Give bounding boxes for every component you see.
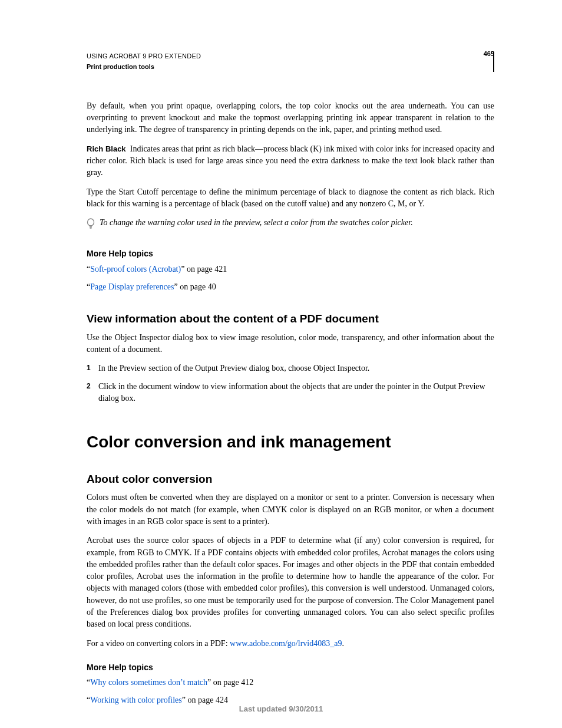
body-paragraph: Type the Start Cutoff percentage to defi… [87, 186, 494, 210]
help-link-line: “Page Display preferences” on page 40 [87, 281, 494, 293]
procedure-step: 2 Click in the document window to view i… [87, 381, 494, 405]
body-paragraph: For a video on converting colors in a PD… [87, 638, 494, 650]
section-heading-about-color: About color conversion [87, 471, 494, 487]
tip-text: To change the warning color used in the … [100, 217, 413, 229]
more-help-heading: More Help topics [87, 661, 494, 673]
video-line-prefix: For a video on converting colors in a PD… [87, 639, 230, 648]
chapter-heading: Color conversion and ink management [87, 430, 494, 454]
step-number: 1 [87, 363, 92, 374]
body-paragraph: By default, when you print opaque, overl… [87, 100, 494, 136]
doc-subtitle: Print production tools [87, 62, 487, 72]
help-link-colors-match[interactable]: Why colors sometimes don’t match [90, 678, 207, 687]
running-header: USING ACROBAT 9 PRO EXTENDED Print produ… [87, 52, 494, 72]
step-text: Click in the document window to view inf… [98, 381, 494, 405]
step-text: In the Preview section of the Output Pre… [98, 363, 369, 374]
video-url-link[interactable]: www.adobe.com/go/lrvid4083_a9 [230, 639, 342, 648]
doc-title: USING ACROBAT 9 PRO EXTENDED [87, 52, 487, 61]
page-number: 465 [484, 50, 494, 59]
definition-paragraph: Rich Black Indicates areas that print as… [87, 143, 494, 179]
help-link-suffix: ” on page 40 [174, 282, 216, 291]
procedure-list: 1 In the Preview section of the Output P… [87, 363, 494, 404]
help-link-line: “Soft-proof colors (Acrobat)” on page 42… [87, 263, 494, 275]
step-number: 2 [87, 381, 92, 405]
more-help-heading: More Help topics [87, 248, 494, 259]
body-paragraph: Use the Object Inspector dialog box to v… [87, 332, 494, 356]
term-label: Rich Black [87, 144, 126, 153]
term-text: Indicates areas that print as rich black… [87, 144, 494, 177]
lightbulb-icon [87, 218, 95, 230]
last-updated-footer: Last updated 9/30/2011 [0, 704, 562, 715]
section-heading-view-info: View information about the content of a … [87, 311, 494, 327]
svg-point-0 [88, 219, 94, 226]
procedure-step: 1 In the Preview section of the Output P… [87, 363, 494, 374]
help-link-softproof[interactable]: Soft-proof colors (Acrobat) [90, 265, 181, 274]
body-paragraph: Colors must often be converted when they… [87, 492, 494, 528]
video-line-suffix: . [342, 639, 344, 648]
help-link-pagedisplay[interactable]: Page Display preferences [90, 282, 174, 291]
help-link-suffix: ” on page 412 [207, 678, 253, 687]
tip-block: To change the warning color used in the … [87, 217, 494, 230]
help-link-suffix: ” on page 421 [181, 265, 227, 274]
help-link-line: “Why colors sometimes don’t match” on pa… [87, 677, 494, 689]
body-paragraph: Acrobat uses the source color spaces of … [87, 535, 494, 630]
